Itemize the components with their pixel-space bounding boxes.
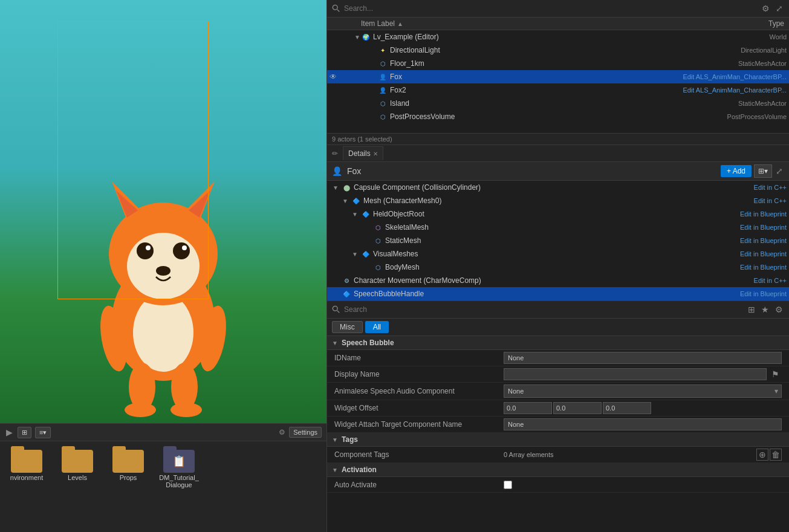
- audio-component-select[interactable]: None: [504, 384, 782, 398]
- outliner-search-bar: ⚙ ⤢: [327, 0, 789, 18]
- widget-offset-y[interactable]: [553, 402, 602, 414]
- comp-row-capsule[interactable]: ▼ ⬤ Capsule Component (CollisionCylinder…: [327, 181, 789, 194]
- widget-attach-input[interactable]: [504, 418, 782, 430]
- mesh-icon: ⬡: [378, 99, 388, 108]
- right-panel: ⚙ ⤢ Item Label ▲ Type ▼ 🌍: [326, 0, 789, 532]
- fox-type-link[interactable]: Edit ALS_AnimMan_CharacterBP...: [683, 73, 787, 80]
- outliner-settings-button[interactable]: ⚙: [761, 2, 771, 15]
- details-maximize-button[interactable]: ⤢: [774, 165, 784, 177]
- folder-icon-special: 📋: [163, 446, 195, 473]
- tree-row-island[interactable]: ⬡ Island StaticMeshActor: [327, 97, 789, 110]
- outliner-header: Item Label ▲ Type: [327, 18, 789, 30]
- capsule-edit-link[interactable]: Edit in C++: [754, 184, 787, 191]
- tab-close-button[interactable]: ✕: [373, 151, 378, 157]
- body-mesh-icon: ⬡: [373, 262, 383, 272]
- bodymesh-edit-link[interactable]: Edit in Blueprint: [740, 264, 787, 271]
- comp-row-heldobjectroot[interactable]: ▼ 🔷 HeldObjectRoot Edit in Blueprint: [327, 207, 789, 221]
- tree-row-fox[interactable]: 👁 👤 Fox Edit ALS_AnimMan_CharacterBP...: [327, 70, 789, 83]
- sort-button[interactable]: ≡▾: [35, 427, 51, 438]
- visual-icon: 🔷: [361, 249, 371, 259]
- filter-misc-tab[interactable]: Misc: [332, 321, 363, 333]
- props-grid-button[interactable]: ⊞: [747, 303, 756, 316]
- char-movement-edit-link[interactable]: Edit in C++: [754, 277, 787, 284]
- properties-search-bar: ⊞ ★ ⚙: [327, 301, 789, 319]
- array-delete-button[interactable]: 🗑: [770, 449, 782, 461]
- settings-button[interactable]: Settings: [289, 427, 322, 438]
- svg-point-11: [182, 245, 187, 250]
- svg-point-21: [333, 306, 337, 311]
- folder-props[interactable]: Props: [106, 446, 150, 481]
- comp-row-visualmeshes[interactable]: ▼ 🔷 VisualMeshes Edit in Blueprint: [327, 247, 789, 261]
- idname-input[interactable]: [504, 352, 782, 364]
- char-icon: 👤: [378, 72, 388, 82]
- details-tab[interactable]: Details ✕: [343, 146, 383, 160]
- comp-row-mesh[interactable]: ▼ 🔷 Mesh (CharacterMesh0) Edit in C++: [327, 194, 789, 207]
- staticmesh-edit-link[interactable]: Edit in Blueprint: [740, 237, 787, 244]
- visualmeshes-edit-link[interactable]: Edit in Blueprint: [740, 250, 787, 258]
- comp-row-speech-bubble[interactable]: 🔷 SpeechBubbleHandle Edit in Blueprint: [327, 287, 789, 300]
- eye-icon[interactable]: 👁: [330, 73, 342, 81]
- fox-illustration: [73, 133, 254, 417]
- details-header-right: + Add ⊞▾ ⤢: [721, 164, 784, 178]
- svg-line-20: [337, 10, 340, 12]
- outliner-maximize-button[interactable]: ⤢: [774, 2, 784, 15]
- folder-levels[interactable]: Levels: [56, 446, 99, 481]
- svg-point-9: [173, 242, 190, 259]
- capsule-icon: ⬤: [342, 183, 351, 192]
- heldobjectroot-edit-link[interactable]: Edit in Blueprint: [740, 210, 787, 218]
- folder-icon: [62, 446, 93, 473]
- section-title: Tags: [342, 435, 358, 444]
- tags-section-header[interactable]: ▼ Tags: [327, 433, 789, 447]
- tree-row-postprocess[interactable]: ⬡ PostProcessVolume PostProcessVolume: [327, 110, 789, 123]
- filter-all-tab[interactable]: All: [365, 321, 389, 333]
- tree-row-fox2[interactable]: 👤 Fox2 Edit ALS_AnimMan_CharacterBP...: [327, 83, 789, 97]
- outliner-footer: 9 actors (1 selected): [327, 133, 789, 144]
- folder-environment[interactable]: nvironment: [5, 446, 48, 481]
- outliner-search-input[interactable]: [344, 4, 757, 13]
- mesh-icon: 🔷: [351, 196, 361, 206]
- edit-icon: ✏: [332, 149, 338, 158]
- view-options-button[interactable]: ⊞▾: [754, 164, 772, 178]
- widget-offset-x[interactable]: [504, 402, 552, 414]
- movement-icon: ⚙: [342, 276, 351, 285]
- fox2-type-link[interactable]: Edit ALS_AnimMan_CharacterBP...: [683, 86, 787, 94]
- svg-point-19: [333, 5, 337, 10]
- tree-row-directional-light[interactable]: ✦ DirectionalLight DirectionalLight: [327, 44, 789, 57]
- widget-offset-z[interactable]: [603, 402, 651, 414]
- add-component-button[interactable]: + Add: [721, 165, 752, 177]
- svg-point-17: [125, 403, 156, 417]
- tree-row-floor[interactable]: ⬡ Floor_1km StaticMeshActor: [327, 57, 789, 70]
- display-name-input[interactable]: [504, 368, 767, 380]
- layout-button[interactable]: ⊞: [18, 427, 31, 438]
- auto-activate-checkbox[interactable]: [504, 481, 512, 489]
- viewport: [0, 0, 326, 423]
- section-collapse-arrow: ▼: [332, 340, 338, 346]
- mesh-edit-link[interactable]: Edit in C++: [754, 197, 787, 204]
- speech-bubble-section-header[interactable]: ▼ Speech Bubble: [327, 336, 789, 350]
- prop-auto-activate: Auto Activate: [327, 477, 789, 493]
- content-browser-content: nvironment Levels Props: [0, 441, 326, 532]
- display-name-flag-button[interactable]: ⚑: [769, 369, 782, 380]
- search-icon: [332, 4, 340, 13]
- comp-row-staticmesh[interactable]: ⬡ StaticMesh Edit in Blueprint: [327, 234, 789, 247]
- comp-row-char-movement[interactable]: ⚙ Character Movement (CharMoveComp) Edit…: [327, 274, 789, 287]
- mesh-icon: ⬡: [378, 59, 388, 68]
- comp-row-bodymesh[interactable]: ⬡ BodyMesh Edit in Blueprint: [327, 261, 789, 274]
- array-add-button[interactable]: ⊕: [756, 449, 768, 461]
- speech-edit-link[interactable]: Edit in Blueprint: [740, 290, 787, 297]
- svg-point-18: [170, 403, 202, 417]
- folder-dm-tutorial[interactable]: 📋 DM_Tutorial_Dialogue: [157, 446, 201, 488]
- properties-search-input[interactable]: [344, 305, 743, 314]
- props-settings-button[interactable]: ⚙: [774, 303, 784, 316]
- content-browser-toolbar: ▶ ⊞ ≡▾ ⚙ Settings: [0, 424, 326, 441]
- props-star-button[interactable]: ★: [760, 303, 770, 316]
- folder-label: nvironment: [10, 474, 43, 481]
- expand-button[interactable]: ▶: [5, 426, 14, 438]
- tree-row-lv-example[interactable]: ▼ 🌍 Lv_Example (Editor) World: [327, 30, 789, 44]
- skeletal-icon: ⬡: [373, 222, 383, 232]
- comp-row-skeletalmesh[interactable]: ⬡ SkeletalMesh Edit in Blueprint: [327, 221, 789, 234]
- light-icon: ✦: [378, 45, 388, 55]
- skeletalmesh-edit-link[interactable]: Edit in Blueprint: [740, 224, 787, 231]
- activation-section-header[interactable]: ▼ Activation: [327, 463, 789, 477]
- section-title: Speech Bubble: [342, 339, 394, 347]
